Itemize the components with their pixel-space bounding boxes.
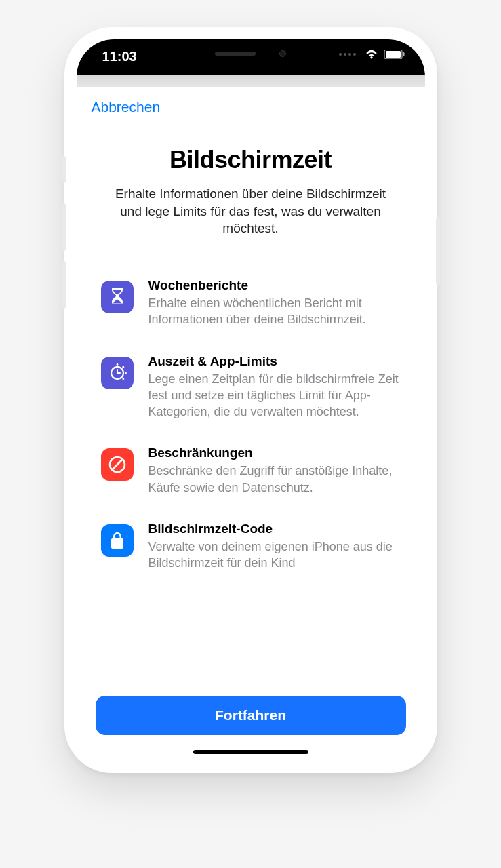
svg-point-8 — [122, 366, 124, 368]
feature-title: Beschränkungen — [148, 446, 403, 460]
svg-point-6 — [116, 363, 118, 366]
no-entry-icon — [101, 448, 134, 481]
volume-down-button — [62, 261, 66, 309]
page-subtitle: Erhalte Informationen über deine Bildsch… — [97, 185, 405, 237]
svg-rect-5 — [117, 372, 121, 374]
battery-icon — [384, 50, 405, 59]
hourglass-icon — [101, 281, 134, 313]
footer-bar: Fortfahren — [77, 681, 425, 761]
feature-downtime-limits: Auszeit & App-Limits Lege einen Zeitplan… — [101, 354, 403, 420]
modal-sheet: Abbrechen Bildschirmzeit Erhalte Informa… — [77, 87, 425, 761]
svg-point-7 — [125, 372, 127, 374]
feature-restrictions: Beschränkungen Beschränke den Zugriff fü… — [101, 446, 403, 496]
feature-title: Auszeit & App-Limits — [148, 354, 403, 369]
page-title: Bildschirmzeit — [97, 146, 405, 174]
svg-rect-2 — [403, 52, 405, 56]
clock-dial-icon — [101, 357, 134, 389]
cellular-dots-icon — [339, 53, 356, 56]
feature-title: Wochenberichte — [148, 278, 403, 293]
notch — [166, 39, 336, 68]
wifi-icon — [364, 49, 379, 60]
sheet-backdrop — [77, 75, 425, 87]
status-right — [339, 49, 405, 60]
screen: 11:03 Abbrechen Bildschirmzeit — [77, 39, 425, 761]
speaker-grille — [215, 52, 256, 56]
front-camera — [279, 50, 286, 57]
feature-body: Beschränke den Zugriff für anstößige Inh… — [148, 462, 403, 496]
feature-body: Erhalte einen wöchentlichen Bericht mit … — [148, 295, 403, 328]
continue-button[interactable]: Fortfahren — [96, 696, 406, 735]
feature-body: Lege einen Zeitplan für die bildschirmfr… — [148, 371, 403, 420]
svg-line-11 — [113, 460, 122, 469]
feature-title: Bildschirmzeit-Code — [148, 521, 403, 536]
phone-frame: 11:03 Abbrechen Bildschirmzeit — [64, 27, 437, 773]
volume-up-button — [62, 203, 66, 251]
status-bar: 11:03 — [77, 39, 425, 75]
feature-screentime-code: Bildschirmzeit-Code Verwalte von deinem … — [101, 521, 403, 572]
home-indicator[interactable] — [193, 750, 308, 754]
svg-rect-1 — [386, 51, 401, 58]
power-button — [436, 217, 440, 285]
svg-point-9 — [122, 378, 124, 380]
lock-icon — [101, 524, 134, 557]
feature-weekly-reports: Wochenberichte Erhalte einen wöchentlich… — [101, 278, 403, 328]
feature-body: Verwalte von deinem eigenen iPhone aus d… — [148, 538, 403, 572]
mute-switch — [62, 156, 66, 183]
cancel-button[interactable]: Abbrechen — [92, 99, 161, 115]
status-time: 11:03 — [102, 49, 137, 64]
